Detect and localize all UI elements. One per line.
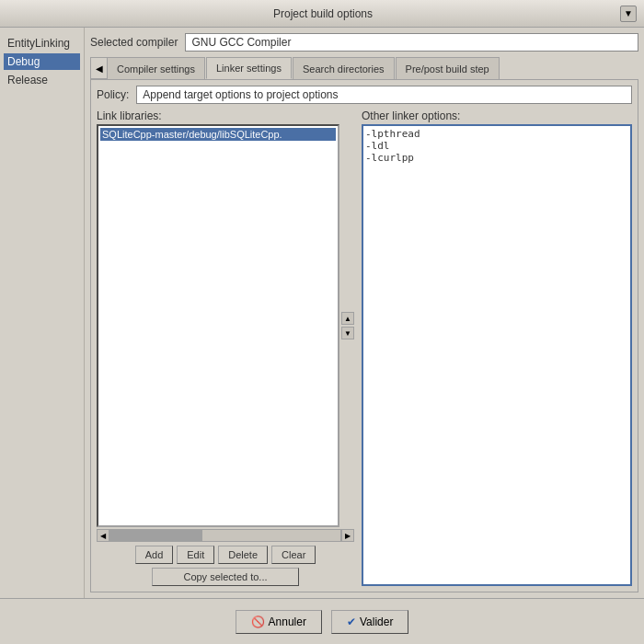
ok-button[interactable]: ✔ Valider <box>331 610 408 634</box>
hscroll-track[interactable] <box>109 529 341 542</box>
vscroll-arrows: ▲ ▼ <box>341 124 354 527</box>
main-container: EntityLinking Debug Release Selected com… <box>0 28 644 598</box>
lib-buttons-row: Add Edit Delete Clear <box>97 546 354 564</box>
tab-prepost-build[interactable]: Pre/post build step <box>396 57 500 79</box>
titlebar: Project build options ▼ <box>0 0 644 28</box>
content-area: Selected compiler GNU GCC Compiler ◀ Com… <box>85 28 644 598</box>
sidebar: EntityLinking Debug Release <box>0 28 85 598</box>
scroll-up-arrow[interactable]: ▲ <box>341 312 354 325</box>
list-item[interactable]: SQLiteCpp-master/debug/libSQLiteCpp. <box>100 128 336 141</box>
delete-button[interactable]: Delete <box>218 546 268 564</box>
cancel-label: Annuler <box>269 615 306 628</box>
clear-button[interactable]: Clear <box>271 546 316 564</box>
panel-body: Policy: Append target options to project… <box>90 79 638 592</box>
compiler-value: GNU GCC Compiler <box>185 33 638 52</box>
ok-icon: ✔ <box>347 615 356 628</box>
bottom-bar: 🚫 Annuler ✔ Valider <box>0 598 644 644</box>
copy-selected-button[interactable]: Copy selected to... <box>152 568 299 586</box>
compiler-label: Selected compiler <box>90 36 178 49</box>
hscroll-right-arrow[interactable]: ▶ <box>341 529 354 542</box>
two-column-layout: Link libraries: SQLiteCpp-master/debug/l… <box>97 109 632 586</box>
lib-list-scroll[interactable]: SQLiteCpp-master/debug/libSQLiteCpp. <box>98 126 338 525</box>
ok-label: Valider <box>360 615 393 628</box>
window-title: Project build options <box>26 7 620 20</box>
sidebar-item-release[interactable]: Release <box>4 72 80 88</box>
tab-scroll-left[interactable]: ◀ <box>90 57 107 79</box>
sidebar-item-debug[interactable]: Debug <box>4 53 80 70</box>
sidebar-item-entity[interactable]: EntityLinking <box>4 35 80 52</box>
tab-search-directories[interactable]: Search directories <box>293 57 395 79</box>
linker-options-column: Other linker options: <box>362 109 632 586</box>
add-button[interactable]: Add <box>135 546 174 564</box>
linker-options-textarea[interactable] <box>362 124 632 586</box>
tabs-row: ◀ Compiler settings Linker settings Sear… <box>90 57 638 79</box>
cancel-button[interactable]: 🚫 Annuler <box>236 610 322 634</box>
policy-value: Append target options to project options <box>136 86 632 104</box>
link-libraries-label: Link libraries: <box>97 109 354 122</box>
link-libraries-column: Link libraries: SQLiteCpp-master/debug/l… <box>97 109 354 586</box>
linker-options-label: Other linker options: <box>362 109 632 122</box>
edit-button[interactable]: Edit <box>177 546 214 564</box>
tab-linker-settings[interactable]: Linker settings <box>206 57 292 79</box>
scroll-down-arrow[interactable]: ▼ <box>341 327 354 339</box>
policy-row: Policy: Append target options to project… <box>97 86 632 104</box>
hscroll-left-arrow[interactable]: ◀ <box>97 529 109 542</box>
policy-label: Policy: <box>97 88 129 101</box>
tab-compiler-settings[interactable]: Compiler settings <box>107 57 205 79</box>
cancel-icon: 🚫 <box>251 615 265 628</box>
window-close-button[interactable]: ▼ <box>620 6 637 22</box>
link-libraries-list[interactable]: SQLiteCpp-master/debug/libSQLiteCpp. <box>97 124 339 527</box>
compiler-row: Selected compiler GNU GCC Compiler <box>90 33 638 52</box>
hscroll-row: ◀ ▶ <box>97 529 354 542</box>
